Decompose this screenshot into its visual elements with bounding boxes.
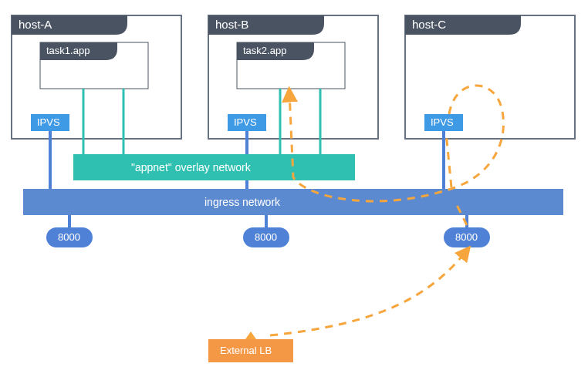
host-a: host-A task1.app IPVS [12,15,181,139]
overlay-network-label: "appnet" overlay network [131,161,252,173]
task1-app: task1.app [40,42,148,89]
port-b: 8000 [243,215,289,247]
ipvs-c-label: IPVS [431,116,454,128]
ipvs-a-label: IPVS [37,116,60,128]
port-c: 8000 [444,215,490,247]
port-b-label: 8000 [255,231,277,243]
ipvs-b-label: IPVS [234,116,257,128]
network-diagram: host-A task1.app IPVS host-B task2.app I… [0,0,588,387]
host-b-label: host-B [215,18,248,31]
port-c-label: 8000 [455,231,478,243]
ingress-network [23,189,563,215]
task2-label: task2.app [243,45,286,56]
task1-label: task1.app [46,45,90,56]
host-a-label: host-A [19,18,52,31]
external-lb-label: External LB [220,345,272,356]
task2-app: task2.app [237,42,345,89]
host-c: host-C IPVS [405,15,575,139]
ingress-network-label: ingress network [204,196,281,208]
port-a-label: 8000 [58,231,80,243]
host-c-label: host-C [412,18,446,31]
path-ipvsc-to-task2 [289,86,504,201]
port-a: 8000 [46,215,93,247]
path-external-to-portc [270,251,467,335]
external-lb-arrow-icon [245,331,256,339]
path-ingress-ipvsc [446,133,451,187]
host-b: host-B task2.app IPVS [208,15,378,139]
